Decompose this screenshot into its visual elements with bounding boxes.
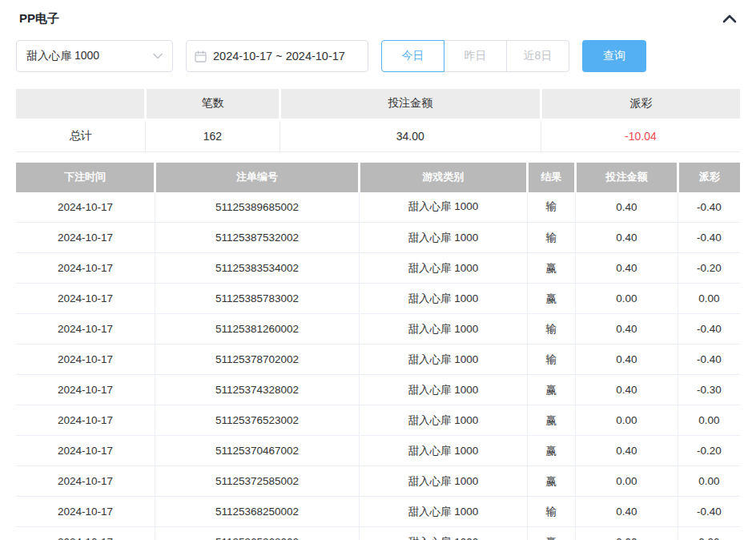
cell-result: 赢: [527, 436, 576, 466]
summary-total-bet-amount: 34.00: [279, 119, 541, 151]
report-panel: PP电子 甜入心扉 1000: [0, 0, 756, 540]
date-range-value: 2024-10-17 ~ 2024-10-17: [213, 50, 345, 62]
cell-game-category: 甜入心扉 1000: [359, 497, 527, 527]
col-header-game-category: 游戏类别: [359, 163, 527, 192]
cell-bet-id: 51125372585002: [155, 466, 360, 497]
cell-result: 赢: [527, 375, 576, 405]
cell-payout: 0.00: [678, 466, 740, 497]
cell-bet-amount: 0.00: [576, 405, 678, 436]
cell-result: 赢: [527, 405, 576, 436]
summary-header-payout: 派彩: [541, 89, 740, 119]
table-row: 2024-10-17 51125381260002 甜入心扉 1000 输 0.…: [16, 314, 740, 345]
cell-payout: 0.00: [678, 284, 740, 314]
cell-bet-amount: 0.40: [576, 314, 678, 345]
cell-bet-id: 51125389685002: [155, 192, 360, 223]
cell-game-category: 甜入心扉 1000: [359, 436, 527, 466]
cell-bet-amount: 0.40: [576, 497, 678, 527]
cell-bet-amount: 0.40: [576, 436, 678, 466]
cell-bet-id: 51125365368002: [155, 527, 360, 540]
cell-bet-id: 51125385783002: [155, 284, 360, 314]
cell-game-category: 甜入心扉 1000: [359, 405, 527, 436]
cell-bet-time: 2024-10-17: [16, 466, 155, 497]
summary-header-count: 笔数: [146, 89, 279, 119]
cell-game-category: 甜入心扉 1000: [359, 375, 527, 405]
cell-bet-id: 51125378702002: [155, 345, 360, 375]
cell-bet-time: 2024-10-17: [16, 436, 155, 466]
cell-bet-amount: 0.40: [576, 375, 678, 405]
cell-result: 输: [527, 497, 576, 527]
cell-result: 输: [527, 192, 576, 223]
cell-bet-id: 51125381260002: [155, 314, 360, 345]
yesterday-button[interactable]: 昨日: [444, 40, 507, 72]
cell-game-category: 甜入心扉 1000: [359, 314, 527, 345]
cell-payout: -0.20: [678, 253, 740, 284]
table-row: 2024-10-17 51125365368002 甜入心扉 1000 赢 0.…: [16, 527, 740, 540]
cell-game-category: 甜入心扉 1000: [359, 253, 527, 284]
table-row: 2024-10-17 51125387532002 甜入心扉 1000 输 0.…: [16, 223, 740, 253]
cell-result: 赢: [527, 527, 576, 540]
cell-bet-amount: 0.40: [576, 253, 678, 284]
cell-payout: -0.40: [678, 497, 740, 527]
summary-table: 笔数 投注金额 派彩 总计 162 34.00 -10.04: [16, 89, 740, 152]
cell-payout: -0.40: [678, 345, 740, 375]
page-title: PP电子: [19, 11, 59, 26]
bet-table-body: 2024-10-17 51125389685002 甜入心扉 1000 输 0.…: [16, 192, 740, 540]
cell-game-category: 甜入心扉 1000: [359, 223, 527, 253]
table-row: 2024-10-17 51125383534002 甜入心扉 1000 赢 0.…: [16, 253, 740, 284]
cell-bet-time: 2024-10-17: [16, 284, 155, 314]
table-row: 2024-10-17 51125374328002 甜入心扉 1000 赢 0.…: [16, 375, 740, 405]
table-row: 2024-10-17 51125389685002 甜入心扉 1000 输 0.…: [16, 192, 740, 223]
cell-bet-amount: 0.00: [576, 527, 678, 540]
cell-bet-time: 2024-10-17: [16, 405, 155, 436]
table-row: 2024-10-17 51125372585002 甜入心扉 1000 赢 0.…: [16, 466, 740, 497]
table-row: 2024-10-17 51125368250002 甜入心扉 1000 输 0.…: [16, 497, 740, 527]
cell-bet-id: 51125376523002: [155, 405, 360, 436]
cell-bet-id: 51125370467002: [155, 436, 360, 466]
cell-bet-id: 51125387532002: [155, 223, 360, 253]
cell-bet-amount: 0.40: [576, 223, 678, 253]
bet-records-table: 下注时间 注单编号 游戏类别 结果 投注金额 派彩 2024-10-17 511…: [16, 163, 740, 540]
collapse-panel-button[interactable]: [719, 8, 740, 29]
cell-game-category: 甜入心扉 1000: [359, 527, 527, 540]
cell-bet-time: 2024-10-17: [16, 345, 155, 375]
cell-game-category: 甜入心扉 1000: [359, 192, 527, 223]
cell-result: 赢: [527, 253, 576, 284]
cell-game-category: 甜入心扉 1000: [359, 284, 527, 314]
table-row: 2024-10-17 51125370467002 甜入心扉 1000 赢 0.…: [16, 436, 740, 466]
summary-total-label: 总计: [16, 119, 146, 151]
cell-bet-id: 51125383534002: [155, 253, 360, 284]
game-select[interactable]: 甜入心扉 1000: [16, 40, 173, 72]
cell-payout: -0.40: [678, 314, 740, 345]
cell-payout: -0.40: [678, 223, 740, 253]
panel-header: PP电子: [16, 8, 740, 29]
chevron-up-icon: [722, 14, 737, 23]
col-header-bet-id: 注单编号: [155, 163, 360, 192]
cell-bet-time: 2024-10-17: [16, 375, 155, 405]
date-range-picker[interactable]: 2024-10-17 ~ 2024-10-17: [186, 40, 368, 72]
query-button[interactable]: 查询: [582, 40, 646, 72]
cell-payout: 0.00: [678, 405, 740, 436]
summary-total-payout: -10.04: [541, 119, 740, 151]
cell-result: 赢: [527, 466, 576, 497]
table-row: 2024-10-17 51125376523002 甜入心扉 1000 赢 0.…: [16, 405, 740, 436]
cell-result: 输: [527, 223, 576, 253]
cell-payout: -0.40: [678, 192, 740, 223]
cell-bet-id: 51125368250002: [155, 497, 360, 527]
table-row: 2024-10-17 51125385783002 甜入心扉 1000 赢 0.…: [16, 284, 740, 314]
cell-game-category: 甜入心扉 1000: [359, 466, 527, 497]
calendar-icon: [195, 50, 207, 62]
quick-range-button-group: 今日 昨日 近8日: [381, 40, 569, 72]
cell-payout: -0.20: [678, 436, 740, 466]
cell-bet-time: 2024-10-17: [16, 192, 155, 223]
col-header-bet-amount: 投注金额: [576, 163, 678, 192]
cell-bet-amount: 0.00: [576, 284, 678, 314]
col-header-payout: 派彩: [678, 163, 740, 192]
summary-total-count: 162: [146, 119, 279, 151]
col-header-bet-time: 下注时间: [16, 163, 155, 192]
cell-result: 赢: [527, 284, 576, 314]
summary-header-empty: [16, 89, 146, 119]
last-8-days-button[interactable]: 近8日: [506, 40, 569, 72]
today-button[interactable]: 今日: [381, 40, 444, 72]
cell-game-category: 甜入心扉 1000: [359, 345, 527, 375]
table-row: 2024-10-17 51125378702002 甜入心扉 1000 输 0.…: [16, 345, 740, 375]
